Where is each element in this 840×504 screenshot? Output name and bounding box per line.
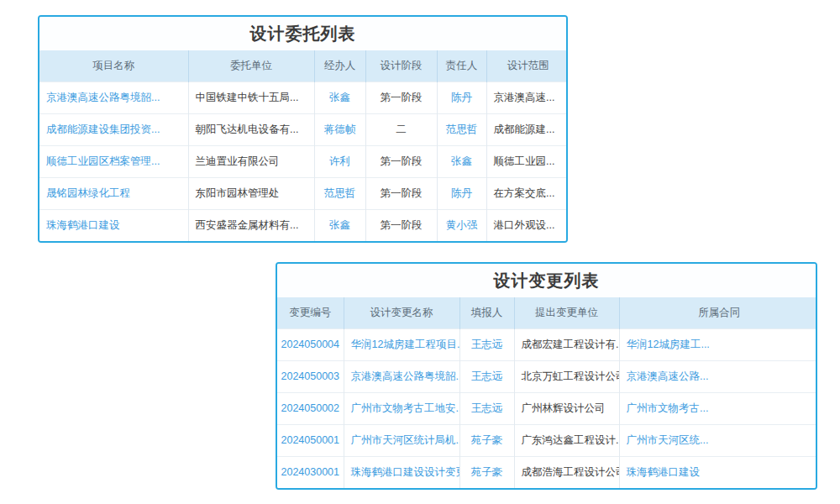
- cell-proposing-unit: 成都浩海工程设计公司: [514, 456, 619, 488]
- contract-link[interactable]: 广州市文物考古...: [627, 402, 709, 414]
- cell-handler: 张鑫: [314, 209, 365, 241]
- change-id-link[interactable]: 2024050003: [281, 370, 339, 382]
- project-name-link[interactable]: 珠海鹤港口建设: [46, 219, 120, 231]
- cell-client-unit: 西安盛器金属材料有...: [188, 209, 314, 241]
- cell-change-id: 2024030001: [277, 456, 344, 488]
- cell-design-phase: 二: [365, 113, 437, 145]
- cell-client-unit: 东阳市园林管理处: [188, 177, 314, 209]
- design-scope-text: 成都能源建...: [494, 123, 555, 135]
- contract-link[interactable]: 京港澳高速公路...: [627, 370, 709, 382]
- table-row: 2024050001广州市天河区统计局机...苑子豪广东鸿达鑫工程设计...广州…: [277, 424, 817, 456]
- owner-link[interactable]: 黄小强: [446, 219, 478, 231]
- owner-link[interactable]: 陈丹: [451, 92, 472, 103]
- column-header-proposing-unit: 提出变更单位: [514, 297, 619, 328]
- design-commission-panel: 设计委托列表 项目名称委托单位经办人设计阶段责任人设计范围京港澳高速公路粤境韶.…: [38, 15, 568, 243]
- change-id-link[interactable]: 2024030001: [281, 466, 339, 478]
- column-header-handler: 经办人: [314, 50, 365, 81]
- cell-owner: 范思哲: [437, 113, 486, 145]
- project-name-link[interactable]: 京港澳高速公路粤境韶...: [46, 92, 160, 103]
- reporter-link[interactable]: 苑子豪: [471, 466, 503, 478]
- design-phase-text: 第一阶段: [381, 187, 423, 199]
- proposing-unit-text: 广州林辉设计公司: [522, 402, 606, 414]
- cell-reporter: 王志远: [459, 360, 514, 392]
- owner-link[interactable]: 张鑫: [451, 155, 472, 167]
- change-id-link[interactable]: 2024050001: [281, 434, 339, 446]
- handler-link[interactable]: 许利: [329, 155, 350, 167]
- handler-link[interactable]: 张鑫: [329, 92, 350, 103]
- change-name-link[interactable]: 广州市文物考古工地安...: [351, 402, 460, 414]
- column-header-reporter: 填报人: [459, 297, 514, 328]
- handler-link[interactable]: 张鑫: [329, 219, 350, 231]
- header-row: 变更编号设计变更名称填报人提出变更单位所属合同: [277, 297, 817, 328]
- change-id-link[interactable]: 2024050004: [281, 339, 339, 350]
- change-name-link[interactable]: 广州市天河区统计局机...: [351, 434, 460, 446]
- cell-design-phase: 第一阶段: [365, 81, 437, 113]
- change-id-link[interactable]: 2024050002: [281, 402, 339, 414]
- design-change-panel: 设计变更列表 变更编号设计变更名称填报人提出变更单位所属合同2024050004…: [276, 262, 817, 490]
- handler-link[interactable]: 蒋德帧: [324, 123, 356, 135]
- client-unit-text: 中国铁建中铁十五局...: [196, 92, 299, 103]
- project-name-link[interactable]: 成都能源建设集团投资...: [46, 123, 160, 135]
- column-header-design-phase: 设计阶段: [365, 50, 437, 81]
- cell-project-name: 成都能源建设集团投资...: [39, 113, 188, 145]
- cell-change-id: 2024050001: [277, 424, 344, 456]
- reporter-link[interactable]: 王志远: [471, 370, 503, 382]
- proposing-unit-text: 成都浩海工程设计公司: [522, 466, 620, 478]
- cell-proposing-unit: 广东鸿达鑫工程设计...: [514, 424, 619, 456]
- cell-design-phase: 第一阶段: [365, 177, 437, 209]
- project-name-link[interactable]: 晟铭园林绿化工程: [46, 187, 130, 199]
- client-unit-text: 东阳市园林管理处: [196, 187, 280, 199]
- cell-contract: 华润12城房建工...: [619, 328, 817, 360]
- commission-table-grid: 项目名称委托单位经办人设计阶段责任人设计范围京港澳高速公路粤境韶...中国铁建中…: [39, 50, 568, 241]
- cell-owner: 黄小强: [437, 209, 486, 241]
- reporter-link[interactable]: 王志远: [471, 339, 503, 350]
- contract-link[interactable]: 华润12城房建工...: [627, 339, 710, 350]
- proposing-unit-text: 成都宏建工程设计有...: [522, 339, 620, 350]
- cell-design-scope: 京港澳高速...: [486, 81, 568, 113]
- contract-link[interactable]: 珠海鹤港口建设: [627, 466, 701, 478]
- table-row: 2024050002广州市文物考古工地安...王志远广州林辉设计公司广州市文物考…: [277, 392, 817, 424]
- cell-change-name: 京港澳高速公路粤境韶...: [344, 360, 459, 392]
- owner-link[interactable]: 范思哲: [446, 123, 478, 135]
- table-row: 京港澳高速公路粤境韶...中国铁建中铁十五局...张鑫第一阶段陈丹京港澳高速..…: [39, 81, 568, 113]
- project-name-link[interactable]: 顺德工业园区档案管理...: [46, 155, 160, 167]
- change-table-grid: 变更编号设计变更名称填报人提出变更单位所属合同2024050004华润12城房建…: [277, 297, 817, 488]
- cell-reporter: 王志远: [459, 392, 514, 424]
- table-row: 2024030001珠海鹤港口建设设计变更苑子豪成都浩海工程设计公司珠海鹤港口建…: [277, 456, 817, 488]
- cell-change-id: 2024050004: [277, 328, 344, 360]
- column-header-change-name: 设计变更名称: [344, 297, 459, 328]
- cell-change-name: 华润12城房建工程项目...: [344, 328, 459, 360]
- change-name-link[interactable]: 京港澳高速公路粤境韶...: [351, 370, 460, 382]
- cell-contract: 广州市文物考古...: [619, 392, 817, 424]
- change-name-link[interactable]: 华润12城房建工程项目...: [351, 339, 460, 350]
- design-phase-text: 第一阶段: [381, 92, 423, 103]
- column-header-design-scope: 设计范围: [486, 50, 568, 81]
- cell-proposing-unit: 北京万虹工程设计公司: [514, 360, 619, 392]
- cell-owner: 陈丹: [437, 177, 486, 209]
- owner-link[interactable]: 陈丹: [451, 187, 472, 199]
- design-scope-text: 顺德工业园...: [494, 155, 555, 167]
- cell-change-id: 2024050003: [277, 360, 344, 392]
- design-phase-text: 第一阶段: [381, 155, 423, 167]
- change-name-link[interactable]: 珠海鹤港口建设设计变更: [351, 466, 460, 478]
- cell-handler: 张鑫: [314, 81, 365, 113]
- cell-handler: 范思哲: [314, 177, 365, 209]
- reporter-link[interactable]: 王志远: [471, 402, 503, 414]
- cell-change-name: 广州市文物考古工地安...: [344, 392, 459, 424]
- column-header-client-unit: 委托单位: [188, 50, 314, 81]
- cell-design-scope: 在方案交底...: [486, 177, 568, 209]
- table-row: 珠海鹤港口建设西安盛器金属材料有...张鑫第一阶段黄小强港口外观设...: [39, 209, 568, 241]
- cell-design-scope: 港口外观设...: [486, 209, 568, 241]
- cell-design-phase: 第一阶段: [365, 209, 437, 241]
- design-scope-text: 京港澳高速...: [494, 92, 555, 103]
- contract-link[interactable]: 广州市天河区统...: [627, 434, 709, 446]
- handler-link[interactable]: 范思哲: [324, 187, 356, 199]
- design-phase-text: 第一阶段: [381, 219, 423, 231]
- cell-project-name: 晟铭园林绿化工程: [39, 177, 188, 209]
- cell-contract: 珠海鹤港口建设: [619, 456, 817, 488]
- table-row: 2024050004华润12城房建工程项目...王志远成都宏建工程设计有...华…: [277, 328, 817, 360]
- cell-project-name: 珠海鹤港口建设: [39, 209, 188, 241]
- cell-reporter: 苑子豪: [459, 424, 514, 456]
- cell-contract: 京港澳高速公路...: [619, 360, 817, 392]
- reporter-link[interactable]: 苑子豪: [471, 434, 503, 446]
